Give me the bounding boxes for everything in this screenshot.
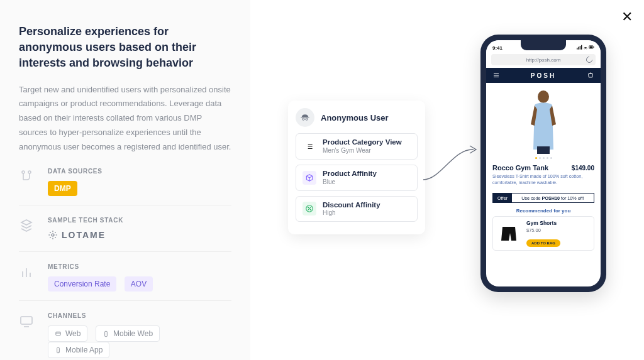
offer-tag: Offer: [493, 194, 512, 202]
status-icons: [577, 45, 594, 51]
channel-pill: Web: [48, 325, 87, 342]
channels-section: CHANNELS Web Mobile Web Mobile App: [19, 312, 231, 360]
row-title: Product Category View: [323, 138, 402, 147]
discount-icon: [303, 202, 316, 215]
data-source-pill: DMP: [48, 181, 77, 196]
recommended-section: Recommended for you Gym Shorts $75.00 AD…: [492, 208, 594, 251]
svg-point-0: [22, 171, 25, 173]
lotame-logo: LOTAME: [48, 230, 106, 240]
metric-pill: Conversion Rate: [48, 276, 116, 292]
product-image: [521, 87, 566, 155]
svg-rect-16: [581, 45, 582, 50]
metrics-section: METRICS Conversion Rate AOV: [19, 263, 231, 301]
page-description: Target new and unidentified users with p…: [19, 83, 231, 155]
card-row: Product Category View Men's Gym Wear: [296, 133, 418, 160]
cart-icon: [587, 72, 594, 79]
info-panel: Personalize experiences for anonymous us…: [0, 0, 250, 360]
recommended-card: Gym Shorts $75.00 ADD TO BAG: [492, 216, 594, 251]
offer-bar: Offer Use code POSH10 for 10% off!: [492, 193, 594, 203]
svg-point-9: [306, 118, 308, 120]
recommended-name: Gym Shorts: [526, 220, 560, 226]
recommended-thumb: [496, 222, 521, 246]
product-name: Rocco Gym Tank: [492, 164, 548, 172]
add-to-bag-button: ADD TO BAG: [526, 239, 560, 247]
mobile-app-icon: [55, 347, 62, 354]
url-text: http://posh.com: [526, 57, 561, 63]
store-logo: POSH: [531, 72, 556, 79]
data-sources-label: DATA SOURCES: [48, 168, 231, 175]
svg-rect-15: [580, 46, 580, 50]
row-sub: Men's Gym Wear: [323, 147, 402, 155]
tech-stack-label: SAMPLE TECH STACK: [48, 217, 231, 224]
illustration-pane: ✕ Anonymous User: [250, 0, 644, 360]
row-title: Discount Affinity: [323, 201, 380, 210]
metric-pill: AOV: [125, 276, 153, 292]
svg-rect-14: [578, 47, 579, 50]
svg-rect-22: [537, 146, 550, 154]
svg-rect-18: [590, 46, 593, 48]
card-row: Discount Affinity High: [296, 196, 418, 222]
recommended-price: $75.00: [526, 227, 560, 233]
lotame-gear-icon: [48, 230, 58, 240]
data-sources-section: DATA SOURCES DMP: [19, 168, 231, 205]
reload-icon: [585, 55, 594, 64]
data-sources-icon: [19, 169, 34, 187]
metrics-label: METRICS: [48, 263, 231, 270]
svg-rect-13: [577, 48, 577, 50]
row-sub: High: [323, 209, 380, 217]
store-header: POSH: [486, 68, 601, 83]
hamburger-icon: [492, 72, 500, 79]
svg-point-21: [538, 90, 549, 103]
card-row: Product Affinity Blue: [296, 165, 418, 191]
product-description: Sleeveless T-Shirt made of 100% soft cot…: [492, 173, 594, 185]
product-image-area: [486, 83, 601, 163]
anonymous-user-card: Anonymous User Product Category View Men…: [288, 101, 425, 234]
phone-notch: [521, 40, 566, 50]
channel-pill: Mobile Web: [96, 325, 160, 342]
channel-pill: Mobile App: [48, 342, 109, 358]
phone-mockup: 9:41 http://posh.com: [480, 35, 606, 292]
list-icon: [303, 139, 316, 153]
connector-arrow-icon: [422, 143, 479, 181]
svg-point-8: [303, 118, 304, 120]
svg-rect-4: [56, 332, 60, 335]
svg-point-12: [310, 210, 311, 210]
phone-time: 9:41: [492, 45, 502, 51]
card-title: Anonymous User: [321, 113, 389, 123]
channels-icon: [19, 314, 34, 331]
svg-rect-5: [105, 331, 108, 336]
svg-point-1: [28, 171, 31, 173]
lotame-text: LOTAME: [62, 230, 106, 240]
box-icon: [303, 171, 316, 185]
svg-point-2: [52, 234, 54, 236]
anonymous-user-icon: [296, 108, 314, 127]
svg-rect-3: [21, 317, 32, 324]
channels-label: CHANNELS: [48, 312, 231, 319]
page-title: Personalize experiences for anonymous us…: [19, 24, 231, 72]
mobile-web-icon: [103, 330, 109, 337]
carousel-dots: [491, 157, 596, 159]
svg-point-11: [308, 207, 309, 208]
metrics-icon: [19, 265, 34, 282]
url-bar: http://posh.com: [491, 54, 596, 65]
row-sub: Blue: [323, 178, 377, 186]
product-info: Rocco Gym Tank $149.00 Sleeveless T-Shir…: [486, 163, 601, 189]
product-price: $149.00: [572, 165, 594, 172]
recommended-heading: Recommended for you: [492, 208, 594, 214]
row-title: Product Affinity: [323, 170, 377, 178]
tech-stack-section: SAMPLE TECH STACK LOTAME: [19, 217, 231, 252]
web-icon: [55, 330, 62, 337]
svg-rect-19: [594, 46, 594, 48]
offer-text: Use code POSH10 for 10% off!: [512, 194, 594, 202]
tech-stack-icon: [19, 218, 34, 236]
